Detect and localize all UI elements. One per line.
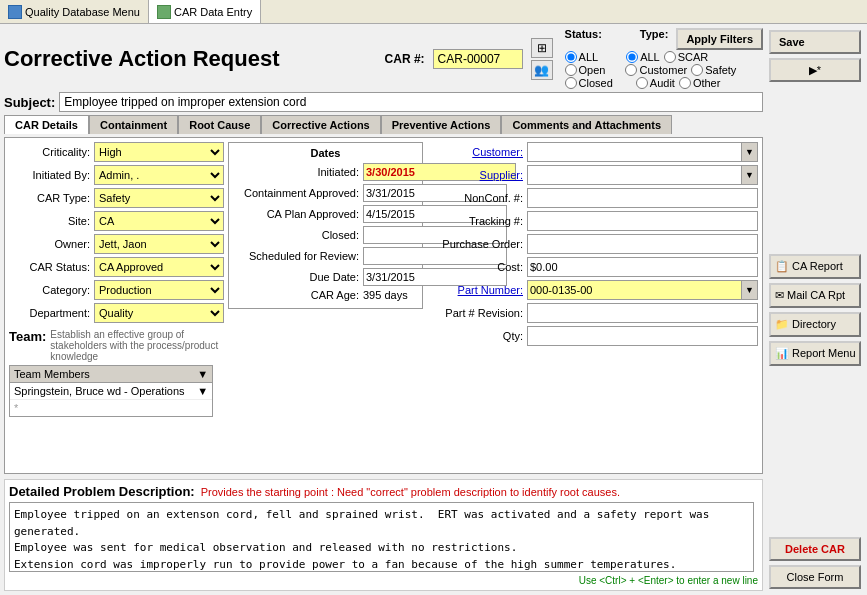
tab-containment[interactable]: Containment	[89, 115, 178, 134]
audit-filter-label[interactable]: Audit	[636, 77, 675, 89]
directory-button[interactable]: 📁 Directory	[769, 312, 861, 337]
qty-input[interactable]	[527, 326, 758, 346]
customer-dropdown-arrow: ▼	[741, 143, 757, 161]
quality-db-icon	[8, 5, 22, 19]
closed-label: Closed:	[233, 229, 363, 241]
owner-label: Owner:	[9, 238, 94, 250]
nonconf-input[interactable]	[527, 188, 758, 208]
tracking-row: Tracking #:	[427, 211, 758, 231]
purchase-order-input[interactable]	[527, 234, 758, 254]
grid-icon-button[interactable]: ⊞	[531, 38, 553, 58]
directory-icon: 📁	[775, 318, 789, 331]
status-all-label[interactable]: ALL	[565, 51, 599, 63]
car-status-select[interactable]: CA Approved	[94, 257, 224, 277]
supplier-dropdown-arrow: ▼	[741, 166, 757, 184]
problem-hint: Provides the starting point : Need "corr…	[201, 486, 620, 498]
category-row: Category: Production	[9, 280, 224, 300]
arrow-star-button[interactable]: ▶*	[769, 58, 861, 82]
part-number-link-label[interactable]: Part Number:	[427, 284, 527, 296]
customer-input[interactable]	[528, 143, 741, 161]
other-filter-label[interactable]: Other	[679, 77, 721, 89]
supplier-input[interactable]	[528, 166, 741, 184]
initiated-by-label: Initiated By:	[9, 169, 94, 181]
page-title: Corrective Action Request	[4, 46, 377, 72]
supplier-link-label[interactable]: Supplier:	[427, 169, 527, 181]
supplier-row: Supplier: ▼	[427, 165, 758, 185]
department-select[interactable]: Quality	[94, 303, 224, 323]
tab-comments-attachments[interactable]: Comments and Attachments	[501, 115, 672, 134]
tab-corrective-actions[interactable]: Corrective Actions	[261, 115, 380, 134]
save-button[interactable]: Save	[769, 30, 861, 54]
team-member-name: Springstein, Bruce wd - Operations	[14, 385, 185, 397]
scar-label[interactable]: SCAR	[664, 51, 709, 63]
safety-filter-label[interactable]: Safety	[691, 64, 736, 76]
status-open-radio[interactable]	[565, 64, 577, 76]
report-menu-button[interactable]: 📊 Report Menu	[769, 341, 861, 366]
site-select[interactable]: CA	[94, 211, 224, 231]
mail-ca-rpt-button[interactable]: ✉ Mail CA Rpt	[769, 283, 861, 308]
car-type-select[interactable]: Safety	[94, 188, 224, 208]
purchase-order-label: Purchase Order:	[427, 238, 527, 250]
car-data-entry-tab[interactable]: CAR Data Entry	[149, 0, 261, 23]
scheduled-review-label: Scheduled for Review:	[233, 250, 363, 262]
status-closed-label[interactable]: Closed	[565, 77, 613, 89]
subject-input[interactable]	[59, 92, 763, 112]
ca-report-icon: 📋	[775, 260, 789, 273]
close-form-button[interactable]: Close Form	[769, 565, 861, 589]
customer-filter-label[interactable]: Customer	[625, 64, 687, 76]
quality-db-menu-tab[interactable]: Quality Database Menu	[0, 0, 149, 23]
tracking-label: Tracking #:	[427, 215, 527, 227]
tracking-input[interactable]	[527, 211, 758, 231]
delete-car-button[interactable]: Delete CAR	[769, 537, 861, 561]
car-number-label: CAR #:	[385, 52, 425, 66]
people-icon-button[interactable]: 👥	[531, 60, 553, 80]
containment-approved-label: Containment Approved:	[233, 187, 363, 199]
department-row: Department: Quality	[9, 303, 224, 323]
apply-filters-button[interactable]: Apply Filters	[676, 28, 763, 50]
team-new-row[interactable]: *	[10, 400, 212, 416]
car-data-entry-tab-label: CAR Data Entry	[174, 6, 252, 18]
site-row: Site: CA	[9, 211, 224, 231]
car-age-label: CAR Age:	[233, 289, 363, 301]
initiated-by-select[interactable]: Admin, .	[94, 165, 224, 185]
part-revision-input[interactable]	[527, 303, 758, 323]
scar-radio[interactable]	[664, 51, 676, 63]
category-select[interactable]: Production	[94, 280, 224, 300]
criticality-select[interactable]: High	[94, 142, 224, 162]
criticality-row: Criticality: High	[9, 142, 224, 162]
due-date-row: Due Date:	[233, 268, 418, 286]
car-type-row: CAR Type: Safety	[9, 188, 224, 208]
tab-preventive-actions[interactable]: Preventive Actions	[381, 115, 502, 134]
safety-radio[interactable]	[691, 64, 703, 76]
part-revision-label: Part # Revision:	[427, 307, 527, 319]
team-hint: Establish an effective group of stakehol…	[50, 329, 224, 362]
nonconf-label: NonConf. #:	[427, 192, 527, 204]
cost-input[interactable]	[527, 257, 758, 277]
ca-report-button[interactable]: 📋 CA Report	[769, 254, 861, 279]
part-number-input[interactable]	[528, 281, 741, 299]
customer-link-label[interactable]: Customer:	[427, 146, 527, 158]
team-member-dropdown: ▼	[197, 385, 208, 397]
mail-icon: ✉	[775, 289, 784, 302]
status-label: Status:	[565, 28, 602, 50]
other-radio[interactable]	[679, 77, 691, 89]
owner-select[interactable]: Jett, Jaon	[94, 234, 224, 254]
tab-root-cause[interactable]: Root Cause	[178, 115, 261, 134]
quality-db-tab-label: Quality Database Menu	[25, 6, 140, 18]
ca-plan-approved-label: CA Plan Approved:	[233, 208, 363, 220]
status-all-radio[interactable]	[565, 51, 577, 63]
customer-radio[interactable]	[625, 64, 637, 76]
team-member-item[interactable]: Springstein, Bruce wd - Operations ▼	[10, 383, 212, 400]
status-open-label[interactable]: Open	[565, 64, 606, 76]
type-all-label[interactable]: ALL	[626, 51, 660, 63]
problem-description-textarea[interactable]: Employee tripped on an extenson cord, fe…	[9, 502, 754, 572]
audit-radio[interactable]	[636, 77, 648, 89]
type-all-radio[interactable]	[626, 51, 638, 63]
tab-car-details[interactable]: CAR Details	[4, 115, 89, 134]
cost-row: Cost:	[427, 257, 758, 277]
type-label: Type:	[640, 28, 669, 50]
team-dropdown-icon: ▼	[197, 368, 208, 380]
car-number-input[interactable]	[433, 49, 523, 69]
status-closed-radio[interactable]	[565, 77, 577, 89]
initiated-date-label: Initiated:	[233, 166, 363, 178]
